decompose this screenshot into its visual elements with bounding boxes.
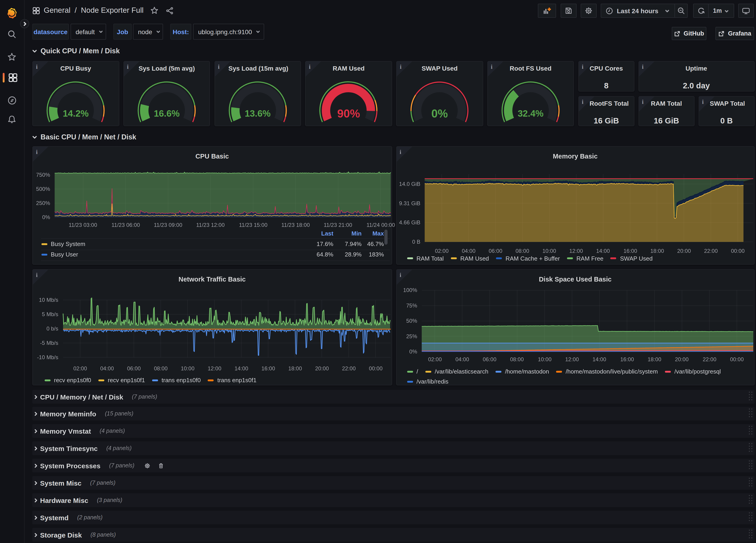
svg-text:11/23 06:00: 11/23 06:00 [111,222,140,228]
svg-text:04:00: 04:00 [100,365,114,371]
svg-text:08:00: 08:00 [510,356,524,362]
svg-text:500%: 500% [36,186,50,192]
svg-text:0%: 0% [42,214,50,220]
svg-text:14:00: 14:00 [592,356,606,362]
svg-text:16:00: 16:00 [620,356,634,362]
svg-text:5 Mb/s: 5 Mb/s [42,311,58,317]
svg-text:18:00: 18:00 [647,356,661,362]
svg-text:20:00: 20:00 [315,365,329,371]
svg-text:11/24 00:00: 11/24 00:00 [366,222,395,228]
svg-text:18:00: 18:00 [288,365,302,371]
svg-text:9.31 GiB: 9.31 GiB [399,200,420,206]
svg-text:12:00: 12:00 [565,356,579,362]
svg-text:250%: 250% [36,200,50,206]
svg-text:0%: 0% [409,348,417,354]
svg-text:0 B: 0 B [412,239,420,245]
svg-text:14:00: 14:00 [235,365,248,371]
svg-text:11/23 15:00: 11/23 15:00 [239,222,267,228]
svg-text:11/23 09:00: 11/23 09:00 [154,222,182,228]
svg-text:-10 Mb/s: -10 Mb/s [37,354,58,360]
svg-text:100%: 100% [403,287,417,293]
svg-text:04:00: 04:00 [455,356,469,362]
svg-text:20:00: 20:00 [675,356,688,362]
svg-text:12:00: 12:00 [208,365,221,371]
svg-text:06:00: 06:00 [127,365,141,371]
svg-text:11/23 12:00: 11/23 12:00 [196,222,225,228]
svg-text:02:00: 02:00 [73,365,87,371]
svg-text:22:00: 22:00 [702,356,716,362]
svg-text:00:00: 00:00 [369,365,383,371]
svg-text:06:00: 06:00 [483,356,496,362]
svg-text:22:00: 22:00 [342,365,356,371]
svg-text:75%: 75% [406,302,417,308]
svg-text:50%: 50% [406,318,417,324]
svg-text:-5 Mb/s: -5 Mb/s [40,340,58,346]
svg-text:08:00: 08:00 [154,365,168,371]
svg-text:11/23 21:00: 11/23 21:00 [324,222,352,228]
svg-text:22:00: 22:00 [704,248,718,254]
svg-text:16:00: 16:00 [261,365,275,371]
svg-text:11/23 03:00: 11/23 03:00 [69,222,97,228]
svg-text:10 Mb/s: 10 Mb/s [39,297,58,303]
svg-text:10:00: 10:00 [181,365,194,371]
svg-text:750%: 750% [36,172,50,178]
svg-text:10:00: 10:00 [538,356,551,362]
svg-text:00:00: 00:00 [730,356,743,362]
svg-text:14.0 GiB: 14.0 GiB [399,181,420,187]
svg-text:11/23 18:00: 11/23 18:00 [281,222,310,228]
svg-text:4.66 GiB: 4.66 GiB [399,219,420,225]
svg-text:20:00: 20:00 [677,248,691,254]
svg-text:00:00: 00:00 [731,248,744,254]
svg-text:0 b/s: 0 b/s [46,325,58,331]
svg-text:25%: 25% [406,333,417,339]
svg-text:02:00: 02:00 [428,356,442,362]
